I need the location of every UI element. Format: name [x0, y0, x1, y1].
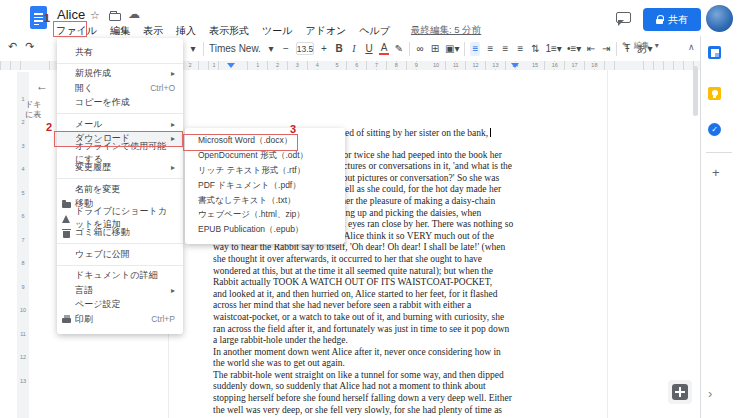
font-family-select[interactable]: Times New... [209, 43, 261, 54]
redo-icon[interactable]: ↷ [25, 40, 34, 53]
download-format-item[interactable]: EPUB Publication（.epub） [185, 223, 345, 238]
file-menu-item[interactable]: ウェブに公開 [57, 247, 183, 262]
font-size-decrease-button[interactable]: − [281, 42, 291, 56]
download-format-item[interactable]: ウェブページ（.html、zip） [185, 208, 345, 223]
menu-item-label: 共有 [75, 46, 93, 59]
file-menu-item[interactable]: 新規作成▸ [57, 67, 183, 82]
file-menu-item[interactable]: コピーを作成 [57, 96, 183, 111]
menu-3[interactable]: 挿入 [176, 24, 196, 38]
toolbar-divider [464, 42, 465, 56]
font-size-increase-button[interactable]: + [319, 42, 329, 56]
submenu-item-label: PDF ドキュメント（.pdf） [198, 180, 301, 192]
file-menu-item[interactable]: ページ設定 [57, 298, 183, 313]
file-menu-item[interactable]: オフラインで使用可能にする [57, 146, 183, 161]
line-spacing-button[interactable]: ⇅ [530, 42, 540, 56]
document-line[interactable]: she thought it over afterwards, it occur… [213, 254, 605, 266]
underline-button[interactable]: U [364, 42, 374, 56]
vertical-ruler[interactable]: 12345678910111213 [17, 72, 29, 418]
ruler-number: 6 [17, 213, 29, 219]
explore-button[interactable] [668, 380, 692, 404]
document-line[interactable]: suddenly down, so suddenly that Alice ha… [213, 381, 605, 393]
document-line[interactable]: The rabbit-hole went straight on like a … [213, 370, 605, 382]
move-folder-icon[interactable] [109, 13, 121, 21]
share-button[interactable]: 共有 [643, 8, 701, 31]
file-menu-item[interactable]: メール▸ [57, 117, 183, 132]
comments-icon[interactable] [616, 12, 631, 23]
star-icon[interactable]: ☆ [90, 9, 100, 22]
menu-divider [57, 63, 183, 64]
document-line[interactable]: across her mind that she had never befor… [213, 300, 605, 312]
document-line[interactable]: stopping herself before she found hersel… [213, 393, 605, 405]
menu-divider [57, 178, 183, 179]
document-line[interactable]: wondered at this, but at the time it all… [213, 266, 605, 278]
document-page[interactable]: Alice was beginning to get very tired of… [169, 70, 605, 418]
numbered-list-button[interactable]: 1≡▾ [545, 42, 561, 56]
document-line[interactable]: way to hear the Rabbit say to itself, 'O… [213, 242, 605, 254]
download-format-item[interactable]: PDF ドキュメント（.pdf） [185, 178, 345, 193]
bullet-list-button[interactable]: •≡▾ [567, 42, 581, 56]
document-line[interactable]: waistcoat-pocket, or a watch to take out… [213, 312, 605, 324]
menu-1[interactable]: 編集 [110, 24, 130, 38]
download-format-item[interactable]: 書式なしテキスト（.txt） [185, 193, 345, 208]
undo-icon[interactable]: ↶ [8, 40, 17, 53]
increase-indent-button[interactable]: ⇥ [601, 42, 611, 56]
styles-dropdown-arrow[interactable]: ▾ [188, 42, 198, 56]
keep-icon[interactable] [708, 87, 721, 100]
italic-button[interactable]: I [349, 42, 359, 56]
hide-side-panel-icon[interactable]: › [708, 386, 712, 401]
font-size-value[interactable]: 13.5 [296, 42, 314, 55]
ruler-number: 4 [315, 62, 320, 69]
ruler-number: 9 [414, 62, 419, 69]
document-line[interactable]: ran across the field after it, and fortu… [213, 324, 605, 336]
file-menu-item[interactable]: 印刷Ctrl+P [57, 312, 183, 327]
menu-5[interactable]: ツール [262, 24, 292, 38]
file-menu-item[interactable]: 開くCtrl+O [57, 81, 183, 96]
tasks-icon[interactable]: ✓ [708, 123, 721, 136]
side-panel-separator [706, 152, 732, 153]
ruler-number: 4 [17, 166, 29, 172]
decrease-indent-button[interactable]: ⇤ [586, 42, 596, 56]
menu-4[interactable]: 表示形式 [209, 24, 249, 38]
get-addons-icon[interactable]: + [712, 165, 720, 180]
scrollbar[interactable] [693, 66, 698, 116]
download-format-item[interactable]: リッチ テキスト形式（.rtf） [185, 164, 345, 179]
add-comment-button[interactable]: ⊞ [430, 42, 440, 56]
avatar[interactable] [706, 5, 733, 32]
hide-menus-icon[interactable]: ∧ [688, 42, 695, 52]
editing-mode-button[interactable]: ✎ 編集 ▾ [622, 40, 659, 51]
file-menu-item[interactable]: ゴミ箱に移動 [57, 226, 183, 241]
document-title[interactable]: Alice [57, 7, 85, 22]
align-justify-button[interactable]: ≡ [515, 42, 525, 56]
align-center-button[interactable]: ≡ [485, 42, 495, 56]
document-line[interactable]: In another moment down went Alice after … [213, 347, 605, 359]
menu-7[interactable]: ヘルプ [359, 24, 390, 38]
insert-link-button[interactable]: ∞ [415, 42, 425, 56]
file-menu-item[interactable]: 言語▸ [57, 283, 183, 298]
text-color-button[interactable]: A [379, 42, 389, 55]
bold-button[interactable]: B [334, 42, 344, 56]
document-line[interactable]: Rabbit actually TOOK A WATCH OUT OF ITS … [213, 277, 605, 289]
highlight-color-button[interactable]: ✎ [394, 42, 404, 56]
align-left-button[interactable]: ≡ [470, 42, 480, 56]
align-right-button[interactable]: ≡ [500, 42, 510, 56]
file-menu-item[interactable]: 変更履歴▸ [57, 161, 183, 176]
file-menu-item[interactable]: ドライブにショートカットを追加 [57, 211, 183, 226]
file-menu-item[interactable]: 名前を変更 [57, 182, 183, 197]
document-line[interactable]: a large rabbit-hole under the hedge. [213, 335, 605, 347]
document-line[interactable]: and looked at it, and then hurried on, A… [213, 289, 605, 301]
file-menu-item[interactable]: ドキュメントの詳細 [57, 269, 183, 284]
ruler-number: 3 [17, 143, 29, 149]
file-menu-item[interactable]: 共有 [57, 45, 183, 60]
menu-2[interactable]: 表示 [143, 24, 163, 38]
download-format-item[interactable]: OpenDocument 形式（.odt） [185, 149, 345, 164]
calendar-icon[interactable] [708, 46, 721, 59]
document-line[interactable]: the world she was to get out again. [213, 358, 605, 370]
document-line[interactable]: the well was very deep, or she fell very… [213, 405, 605, 417]
close-outline-icon[interactable]: ← [36, 79, 48, 93]
font-family-dropdown-arrow[interactable]: ▾ [266, 42, 276, 56]
last-edit-link[interactable]: 最終編集: 5 分前 [411, 24, 481, 37]
insert-image-button[interactable]: ▣▾ [445, 42, 459, 56]
menu-6[interactable]: アドオン [305, 24, 346, 38]
chevron-down-icon: ▾ [655, 41, 659, 50]
annotation-number-3: 3 [290, 123, 296, 135]
